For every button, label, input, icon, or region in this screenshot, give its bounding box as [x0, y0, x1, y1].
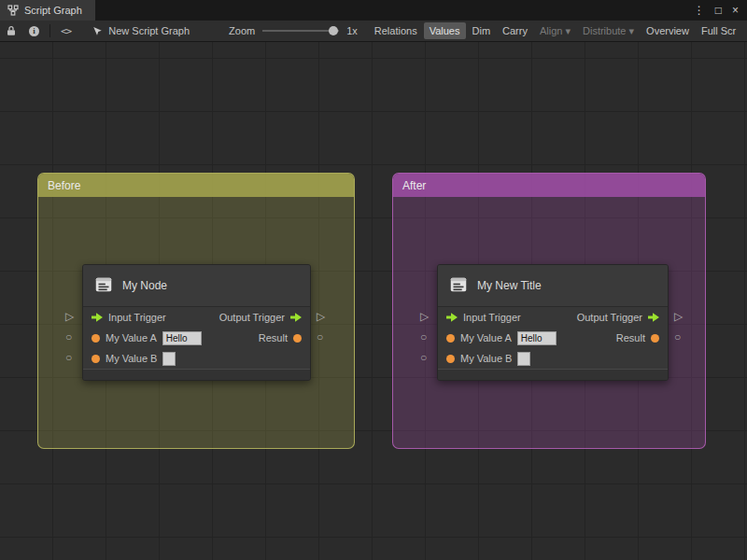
graph-pointer-icon — [92, 26, 103, 36]
node-before-header[interactable]: My Node — [83, 265, 310, 307]
chevron-down-icon: ▾ — [565, 25, 571, 36]
output-trigger-icon — [290, 313, 302, 322]
value-a-input[interactable] — [517, 331, 557, 345]
graph-toolbar: i <> New Script Graph Zoom 1x Relations … — [0, 21, 747, 42]
values-button[interactable]: Values — [424, 22, 466, 39]
result-label: Result — [259, 332, 288, 343]
node-icon — [448, 274, 469, 298]
kebab-menu-icon[interactable]: ⋮ — [694, 4, 705, 17]
graph-title[interactable]: New Script Graph — [92, 25, 190, 36]
node-unit-before: ▷ ○ ○ ▷ ○ My Node Input Trigger Output T… — [82, 264, 311, 381]
port-row-value-b[interactable]: My Value B — [83, 348, 310, 369]
distribute-label: Distribute — [583, 25, 626, 36]
ext-result-port[interactable]: ○ — [317, 331, 323, 343]
input-trigger-label: Input Trigger — [463, 312, 521, 323]
result-label: Result — [616, 332, 645, 343]
zoom-control: Zoom 1x — [229, 25, 358, 36]
ext-value-b-port[interactable]: ○ — [65, 352, 72, 363]
window-controls: ⋮ □ × — [694, 0, 747, 21]
lock-icon[interactable] — [0, 21, 22, 41]
node-icon — [93, 274, 114, 298]
port-row-value-a[interactable]: My Value A Result — [438, 328, 668, 348]
value-a-label: My Value A — [106, 332, 157, 343]
node-unit-after: ▷ ○ ○ ▷ ○ My New Title Input Trigger Out… — [437, 264, 669, 381]
value-a-port-icon — [446, 334, 455, 343]
node-after[interactable]: My New Title Input Trigger Output Trigge… — [437, 264, 669, 381]
output-trigger-icon — [648, 313, 659, 322]
value-a-port-icon — [92, 334, 100, 343]
maximize-icon[interactable]: □ — [715, 4, 722, 17]
value-b-label: My Value B — [106, 353, 157, 364]
align-dropdown: Align ▾ — [534, 22, 576, 40]
node-footer — [83, 369, 310, 380]
result-port-icon — [293, 334, 302, 343]
ext-input-trigger-port[interactable]: ▷ — [65, 311, 74, 322]
code-view-icon[interactable]: <> — [54, 21, 78, 41]
dim-button[interactable]: Dim — [467, 22, 497, 39]
output-trigger-label: Output Trigger — [577, 312, 642, 323]
group-before-header[interactable]: Before — [38, 174, 354, 197]
value-b-label: My Value B — [460, 353, 512, 364]
input-trigger-icon — [446, 313, 458, 322]
result-port-icon — [651, 334, 659, 343]
info-icon[interactable]: i — [22, 21, 46, 41]
node-before[interactable]: My Node Input Trigger Output Trigger My … — [82, 264, 311, 381]
port-row-triggers[interactable]: Input Trigger Output Trigger — [83, 307, 310, 328]
zoom-slider-handle[interactable] — [329, 26, 338, 35]
group-after-title: After — [402, 179, 426, 192]
group-before-title: Before — [48, 179, 80, 192]
graph-canvas[interactable]: Before After ▷ ○ ○ ▷ ○ My Node Input Tri… — [0, 42, 747, 560]
input-trigger-icon — [92, 313, 103, 322]
ext-result-port[interactable]: ○ — [674, 331, 681, 343]
toolbar-divider — [49, 24, 50, 37]
graph-title-label: New Script Graph — [108, 25, 190, 36]
zoom-slider[interactable] — [262, 30, 339, 32]
value-a-label: My Value A — [460, 332, 512, 343]
port-row-triggers[interactable]: Input Trigger Output Trigger — [438, 307, 668, 328]
node-footer — [438, 369, 668, 380]
close-icon[interactable]: × — [732, 4, 739, 17]
group-after-header[interactable]: After — [393, 174, 705, 197]
window-tab-bar: Script Graph ⋮ □ × — [0, 0, 747, 21]
ext-value-b-port[interactable]: ○ — [420, 352, 427, 363]
overview-button[interactable]: Overview — [641, 22, 695, 39]
port-row-value-b[interactable]: My Value B — [438, 348, 668, 369]
value-b-input[interactable] — [162, 352, 176, 366]
tab-script-graph[interactable]: Script Graph — [0, 0, 95, 21]
ext-input-trigger-port[interactable]: ▷ — [420, 311, 429, 322]
value-b-port-icon — [446, 355, 455, 363]
value-b-port-icon — [92, 355, 100, 363]
align-label: Align — [540, 25, 562, 36]
node-after-header[interactable]: My New Title — [438, 265, 668, 307]
fullscreen-button[interactable]: Full Scr — [696, 22, 741, 39]
ext-output-trigger-port[interactable]: ▷ — [674, 311, 683, 322]
relations-button[interactable]: Relations — [369, 22, 423, 39]
tab-title: Script Graph — [24, 5, 82, 16]
chevron-down-icon: ▾ — [629, 25, 635, 36]
zoom-value: 1x — [346, 25, 358, 36]
ext-value-a-port[interactable]: ○ — [65, 331, 72, 343]
toolbar-buttons: Relations Values Dim Carry Align ▾ Distr… — [369, 22, 741, 40]
value-b-input[interactable] — [517, 352, 530, 366]
ext-output-trigger-port[interactable]: ▷ — [317, 311, 325, 322]
output-trigger-label: Output Trigger — [219, 312, 285, 323]
port-row-value-a[interactable]: My Value A Result — [83, 328, 310, 348]
node-title: My Node — [122, 279, 167, 292]
node-title: My New Title — [477, 279, 542, 292]
carry-button[interactable]: Carry — [497, 22, 533, 39]
ext-value-a-port[interactable]: ○ — [420, 331, 427, 343]
value-a-input[interactable] — [162, 331, 202, 345]
script-graph-icon — [7, 5, 19, 16]
zoom-label: Zoom — [229, 25, 255, 36]
distribute-dropdown: Distribute ▾ — [577, 22, 640, 40]
input-trigger-label: Input Trigger — [108, 312, 166, 323]
